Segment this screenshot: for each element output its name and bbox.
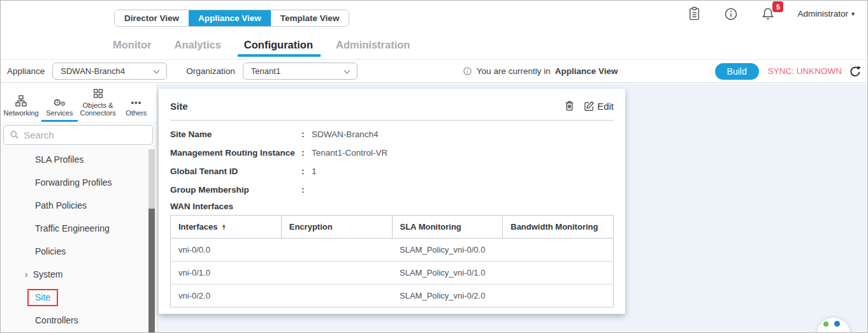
header-icons: 5 Administrator ▾ [687,6,855,22]
cell-sla-monitoring: SLAM_Policy_vni-0/0.0 [392,239,503,262]
gears-icon: ⚙⚙ [53,93,66,107]
sidebar-item-label: Controllers [35,315,78,325]
sitemap-icon [15,93,27,107]
user-menu[interactable]: Administrator ▾ [797,9,855,18]
refresh-icon[interactable] [848,64,862,78]
table-header-row: Interfaces▲▼ Encryption SLA Monitoring B… [171,216,614,239]
field-row: Site Name : SDWAN-Branch4 [170,125,614,144]
sidebar-scrollbar-thumb[interactable] [148,209,155,333]
appliance-select-value: SDWAN-Branch4 [61,66,125,76]
column-header-interfaces[interactable]: Interfaces▲▼ [171,216,282,239]
sidebar-tab-others[interactable]: ••• Others [117,93,156,122]
cell-bandwidth-monitoring [503,262,614,285]
tab-director-view[interactable]: Director View [115,10,189,26]
ellipsis-icon: ••• [131,93,142,107]
sidebar-scrollbar-track[interactable] [148,149,155,333]
organization-select[interactable]: Tenant1 [243,63,358,80]
table-row: vni-0/1.0 SLAM_Policy_vni-0/1.0 [171,262,614,285]
build-button[interactable]: Build [715,63,759,80]
cell-interface: vni-0/2.0 [171,285,282,307]
edit-button[interactable]: Edit [584,101,614,112]
organization-label: Organization [186,66,235,76]
view-notice-bold: Appliance View [555,66,618,76]
grid-squares-icon [92,85,104,100]
sidebar-menu: SLA Profiles Forwarding Profiles Path Po… [1,148,157,332]
sidebar-item-label: Policies [35,246,66,256]
info-circle-icon [463,66,472,76]
cell-interface: vni-0/1.0 [171,262,282,285]
nav-administration[interactable]: Administration [336,39,410,57]
delete-button[interactable] [564,100,575,112]
wan-interfaces-title: WAN Interfaces [170,202,614,211]
sidebar-item-label: Traffic Engineering [35,223,110,233]
site-panel: Site [159,89,625,314]
sync-status: SYNC: UNKNOWN [768,66,842,76]
annotation-highlight-box: Site [27,289,58,306]
notifications-bell-icon[interactable]: 5 [760,6,776,22]
sidebar-tab-label: Objects & Connectors [79,101,117,117]
green-dot-icon [823,322,828,327]
sidebar-tab-label: Networking [4,109,39,117]
view-notice-text: You are currently in [477,66,551,76]
cell-encryption [281,262,392,285]
cell-sla-monitoring: SLAM_Policy_vni-0/1.0 [392,262,503,285]
edit-pencil-icon [584,101,595,112]
sidebar-item-system[interactable]: › System [1,263,157,286]
field-colon: : [301,166,312,176]
chevron-down-icon [344,67,350,73]
panel-title: Site [170,101,188,112]
sidebar-item-forwarding-profiles[interactable]: Forwarding Profiles [1,171,157,194]
sidebar-search [3,125,153,145]
sort-icon[interactable]: ▲▼ [221,225,226,230]
module-nav: Monitor Analytics Configuration Administ… [113,39,410,57]
field-label: Global Tenant ID [170,166,301,176]
nav-analytics[interactable]: Analytics [174,39,221,57]
appliance-select[interactable]: SDWAN-Branch4 [52,63,167,80]
notification-count-badge: 5 [772,1,783,12]
caret-down-icon: ▾ [851,10,855,17]
sidebar-tab-networking[interactable]: Networking [2,93,40,122]
sidebar-tab-objects-connectors[interactable]: Objects & Connectors [79,85,117,122]
search-icon [10,130,19,140]
table-row: vni-0/0.0 SLAM_Policy_vni-0/0.0 [171,239,614,262]
sidebar-item-controllers[interactable]: Controllers [1,309,157,332]
divider [170,120,614,121]
sidebar-tab-services[interactable]: ⚙⚙ Services [40,93,78,122]
table-row: vni-0/2.0 SLAM_Policy_vni-0/2.0 [171,285,614,307]
field-row: Global Tenant ID : 1 [170,162,614,181]
field-colon: : [301,130,312,139]
field-row: Group Membership : [170,181,614,199]
search-input[interactable] [24,130,147,140]
chevron-down-icon [154,67,160,73]
sidebar-item-policies[interactable]: Policies [1,240,157,263]
sidebar-item-label: Path Policies [35,200,87,211]
tab-appliance-view[interactable]: Appliance View [189,10,271,26]
sidebar-item-path-policies[interactable]: Path Policies [1,194,157,217]
info-icon[interactable] [723,6,739,22]
field-label: Management Routing Instance [170,148,301,158]
sidebar-category-tabs: Networking ⚙⚙ Services [1,84,157,122]
floating-help-widget[interactable] [817,318,850,333]
sidebar: Networking ⚙⚙ Services [1,84,157,332]
sidebar-item-site[interactable]: Site [35,292,50,302]
field-row: Management Routing Instance : Tenant1-Co… [170,144,614,162]
sidebar-item-label: System [33,269,63,279]
nav-monitor[interactable]: Monitor [113,39,151,57]
tasks-clipboard-icon[interactable] [687,6,702,22]
chevron-right-icon: › [25,269,28,279]
sidebar-item-label: SLA Profiles [35,154,83,165]
sidebar-item-sla-profiles[interactable]: SLA Profiles [1,148,157,171]
field-colon: : [301,148,312,158]
cell-sla-monitoring: SLAM_Policy_vni-0/2.0 [392,285,503,307]
context-bar: Appliance SDWAN-Branch4 Organization Ten… [1,59,867,83]
sidebar-tab-label: Services [46,109,73,117]
panel-actions: Edit [564,100,614,112]
nav-configuration[interactable]: Configuration [244,39,313,57]
sidebar-item-traffic-engineering[interactable]: Traffic Engineering [1,217,157,240]
field-value: Tenant1-Control-VR [312,148,387,158]
edit-label: Edit [597,101,614,112]
sidebar-tab-label: Others [126,109,147,117]
user-menu-label: Administrator [797,9,848,18]
tab-template-view[interactable]: Template View [271,10,349,26]
workspace: Networking ⚙⚙ Services [1,84,867,332]
